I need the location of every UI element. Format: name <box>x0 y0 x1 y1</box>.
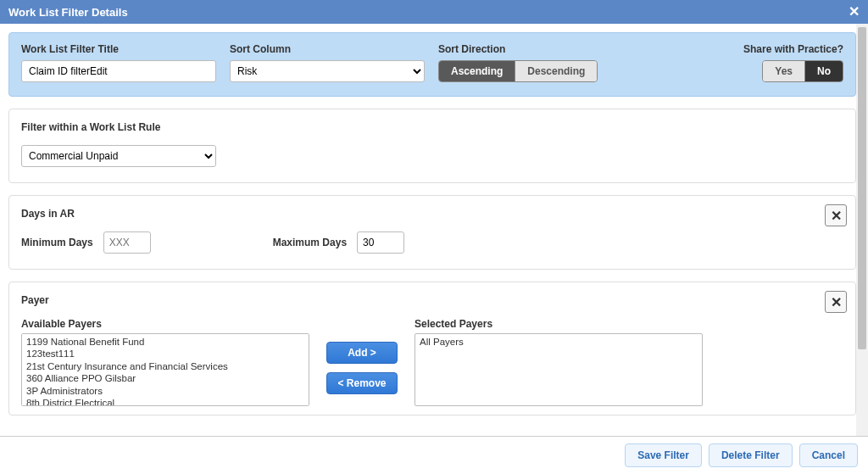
selected-payers-col: Selected Payers All Payers <box>415 318 703 406</box>
max-days-label: Maximum Days <box>273 237 347 248</box>
min-days-input[interactable] <box>103 231 151 254</box>
days-in-ar-heading: Days in AR <box>21 208 843 220</box>
dialog-footer: Save Filter Delete Filter Cancel <box>0 436 868 474</box>
list-item[interactable]: 21st Century Insurance and Financial Ser… <box>25 360 305 372</box>
max-days-input[interactable] <box>357 231 404 254</box>
days-in-ar-section: ✕ Days in AR Minimum Days Maximum Days <box>8 195 856 270</box>
delete-filter-button[interactable]: Delete Filter <box>709 443 793 467</box>
transfer-buttons: Add > < Remove <box>326 318 398 394</box>
list-item[interactable]: All Payers <box>419 336 698 348</box>
selected-payers-label: Selected Payers <box>415 318 703 330</box>
payer-heading: Payer <box>21 294 843 306</box>
sort-direction-toggle: Ascending Descending <box>438 60 598 82</box>
list-item[interactable]: 360 Alliance PPO Gilsbar <box>25 372 305 384</box>
filter-title-label: Work List Filter Title <box>21 43 216 55</box>
list-item[interactable]: 3P Administrators <box>25 385 305 397</box>
list-item[interactable]: 1199 National Benefit Fund <box>25 336 305 348</box>
sort-asc-button[interactable]: Ascending <box>439 61 515 81</box>
dialog-body: Work List Filter Title Sort Column Risk … <box>0 24 856 436</box>
sort-direction-group: Sort Direction Ascending Descending <box>438 43 598 82</box>
dialog-body-wrap: Work List Filter Title Sort Column Risk … <box>0 24 868 436</box>
list-item[interactable]: 8th District Electrical <box>25 397 305 406</box>
sort-direction-label: Sort Direction <box>438 43 598 55</box>
sort-column-select[interactable]: Risk <box>230 60 425 82</box>
sort-column-label: Sort Column <box>230 43 425 55</box>
rule-select[interactable]: Commercial Unpaid <box>21 145 216 167</box>
dialog-title: Work List Filter Details <box>8 6 128 19</box>
share-no-button[interactable]: No <box>805 61 843 81</box>
list-item[interactable]: 123test111 <box>25 348 305 360</box>
work-list-filter-dialog: Work List Filter Details ✕ Work List Fil… <box>0 0 868 474</box>
filter-title-input[interactable] <box>21 60 216 82</box>
sort-column-group: Sort Column Risk <box>230 43 425 82</box>
payer-columns: Available Payers 1199 National Benefit F… <box>21 318 843 406</box>
close-icon: ✕ <box>831 294 842 310</box>
payer-section: ✕ Payer Available Payers 1199 National B… <box>8 282 856 415</box>
cancel-button[interactable]: Cancel <box>799 443 858 467</box>
remove-payer-transfer-button[interactable]: < Remove <box>326 372 398 394</box>
selected-payers-listbox[interactable]: All Payers <box>415 333 703 406</box>
share-practice-label: Share with Practice? <box>743 43 843 55</box>
share-practice-group: Share with Practice? Yes No <box>743 43 843 82</box>
days-in-ar-row: Minimum Days Maximum Days <box>21 231 843 254</box>
remove-payer-button[interactable]: ✕ <box>825 291 847 313</box>
remove-days-in-ar-button[interactable]: ✕ <box>825 204 847 226</box>
available-payers-label: Available Payers <box>21 318 309 330</box>
dialog-scrollbar[interactable] <box>856 24 868 436</box>
rule-heading: Filter within a Work List Rule <box>21 121 843 133</box>
add-payer-button[interactable]: Add > <box>326 342 398 364</box>
min-days-label: Minimum Days <box>21 237 93 248</box>
save-filter-button[interactable]: Save Filter <box>625 443 702 467</box>
rule-section: Filter within a Work List Rule Commercia… <box>8 109 856 183</box>
filter-title-group: Work List Filter Title <box>21 43 216 82</box>
top-settings-panel: Work List Filter Title Sort Column Risk … <box>8 32 856 97</box>
close-icon: ✕ <box>831 208 842 224</box>
dialog-header: Work List Filter Details ✕ <box>0 0 868 24</box>
share-practice-toggle: Yes No <box>762 60 843 82</box>
sort-desc-button[interactable]: Descending <box>515 61 597 81</box>
available-payers-listbox[interactable]: 1199 National Benefit Fund123test11121st… <box>21 333 309 406</box>
close-icon[interactable]: ✕ <box>849 5 860 19</box>
share-yes-button[interactable]: Yes <box>763 61 805 81</box>
available-payers-col: Available Payers 1199 National Benefit F… <box>21 318 309 406</box>
scrollbar-thumb[interactable] <box>858 27 866 349</box>
